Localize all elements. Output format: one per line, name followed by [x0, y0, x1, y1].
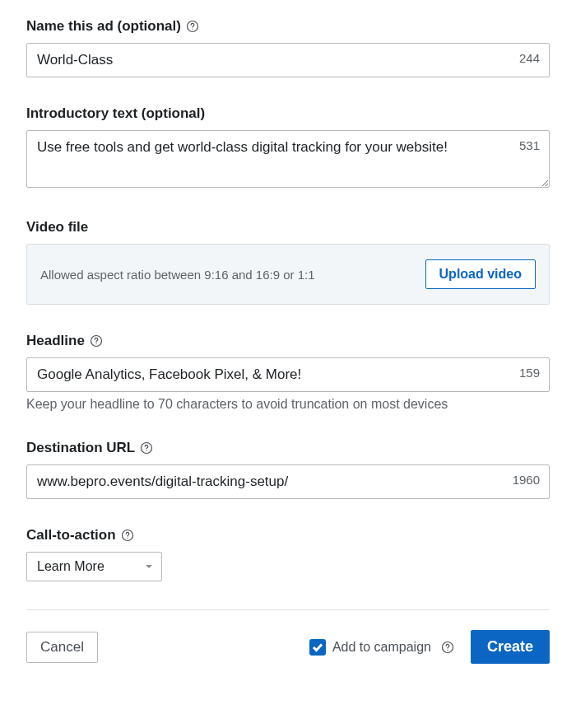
headline-label: Headline: [26, 333, 550, 349]
video-file-label-text: Video file: [26, 219, 88, 236]
check-icon: [312, 642, 323, 653]
destination-url-label-text: Destination URL: [26, 440, 135, 456]
headline-label-text: Headline: [26, 333, 85, 349]
svg-point-5: [146, 450, 147, 451]
svg-point-9: [447, 649, 448, 650]
name-ad-label-text: Name this ad (optional): [26, 18, 181, 35]
help-icon[interactable]: [90, 334, 103, 348]
upload-video-button[interactable]: Upload video: [425, 259, 536, 289]
svg-point-7: [127, 538, 128, 539]
help-icon[interactable]: [140, 441, 153, 455]
headline-input[interactable]: [26, 357, 550, 392]
video-file-label: Video file: [26, 219, 550, 236]
intro-text-label: Introductory text (optional): [26, 105, 550, 122]
name-ad-label: Name this ad (optional): [26, 18, 550, 35]
help-icon[interactable]: [186, 20, 199, 33]
video-hint: Allowed aspect ratio between 9:16 and 16…: [40, 268, 315, 282]
cta-label: Call-to-action: [26, 527, 550, 544]
create-button[interactable]: Create: [471, 630, 550, 664]
intro-text-input[interactable]: [26, 130, 550, 188]
name-ad-input[interactable]: [26, 43, 550, 77]
destination-url-counter: 1960: [513, 473, 540, 487]
destination-url-input[interactable]: [26, 464, 550, 499]
svg-point-1: [192, 29, 193, 30]
headline-hint: Keep your headline to 70 characters to a…: [26, 397, 550, 412]
divider: [26, 609, 550, 610]
headline-counter: 159: [519, 366, 540, 380]
help-icon[interactable]: [121, 529, 134, 542]
cta-select[interactable]: Learn More: [26, 552, 162, 581]
cancel-button[interactable]: Cancel: [26, 632, 98, 663]
help-icon[interactable]: [441, 641, 454, 654]
cta-label-text: Call-to-action: [26, 527, 116, 544]
add-to-campaign-label: Add to campaign: [332, 640, 431, 655]
name-ad-counter: 244: [519, 51, 540, 65]
add-to-campaign-checkbox[interactable]: [309, 639, 326, 656]
svg-point-3: [95, 343, 96, 344]
destination-url-label: Destination URL: [26, 440, 550, 456]
video-upload-box: Allowed aspect ratio between 9:16 and 16…: [26, 244, 550, 305]
intro-text-label-text: Introductory text (optional): [26, 105, 205, 122]
intro-text-counter: 531: [519, 138, 540, 152]
